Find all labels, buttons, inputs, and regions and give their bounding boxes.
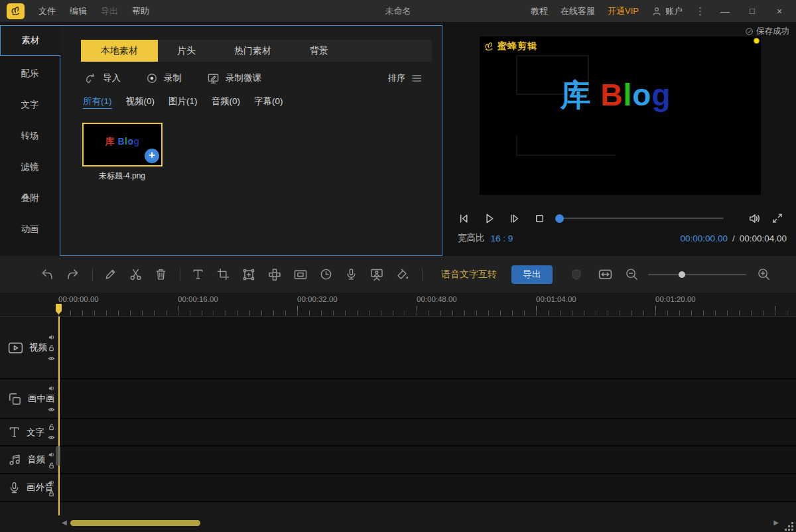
track-audio[interactable]: 音频 [0, 446, 796, 474]
lock-icon[interactable] [48, 462, 55, 469]
seek-slider[interactable] [556, 218, 724, 219]
resize-grip[interactable] [791, 529, 793, 531]
lock-icon[interactable] [48, 490, 55, 497]
add-to-timeline-button[interactable]: + [145, 149, 159, 163]
sidebar-item-animation[interactable]: 动画 [0, 214, 60, 245]
filter-all[interactable]: 所有(1) [83, 96, 112, 109]
fullscreen-icon[interactable] [771, 212, 784, 225]
mute-icon[interactable] [48, 385, 55, 392]
kebab-menu-icon[interactable]: ⋮ [695, 6, 705, 16]
video-artifact [516, 136, 616, 156]
track-voiceover[interactable]: 画外音 [0, 474, 796, 502]
stop-button[interactable] [533, 212, 547, 226]
menu-help[interactable]: 帮助 [132, 5, 149, 17]
split-scissors-button[interactable] [129, 267, 143, 281]
duration-clock-button[interactable] [319, 267, 333, 281]
visibility-eye-icon[interactable] [48, 434, 55, 441]
link-tutorial[interactable]: 教程 [531, 5, 548, 17]
menu-file[interactable]: 文件 [38, 5, 56, 17]
import-button[interactable]: 导入 [84, 72, 121, 85]
scroll-left-arrow[interactable]: ◀ [62, 519, 67, 526]
account-button[interactable]: 账户 [651, 5, 683, 17]
lock-icon[interactable] [48, 395, 55, 403]
filter-audio[interactable]: 音频(0) [212, 96, 241, 109]
export-button[interactable]: 导出 [511, 265, 553, 284]
tab-local-material[interactable]: 本地素材 [81, 40, 158, 62]
lock-icon[interactable] [48, 423, 55, 431]
playhead-line[interactable] [58, 316, 60, 515]
filter-image[interactable]: 图片(1) [168, 96, 198, 109]
speech-text-convert-button[interactable]: 语音文字互转 [441, 269, 497, 281]
tab-popular-material[interactable]: 热门素材 [215, 40, 291, 62]
track-video[interactable]: 视频 [0, 317, 796, 379]
visibility-eye-icon[interactable] [48, 406, 55, 413]
pip-frame-button[interactable] [293, 267, 308, 282]
track-voiceover-header[interactable]: 画外音 [0, 474, 58, 501]
bee-icon [484, 41, 495, 52]
track-text-header[interactable]: 文字 [0, 419, 58, 445]
zoom-out-button[interactable] [625, 267, 639, 281]
track-pip-header[interactable]: 画中画 [0, 379, 58, 418]
delete-trash-button[interactable] [154, 267, 168, 281]
timeline-zoom-handle[interactable] [679, 271, 685, 278]
volume-icon[interactable] [748, 212, 762, 226]
track-pip[interactable]: 画中画 [0, 379, 796, 419]
mute-icon[interactable] [48, 334, 55, 341]
fit-timeline-button[interactable] [598, 267, 613, 282]
mute-icon[interactable] [48, 479, 55, 486]
tab-background[interactable]: 背景 [291, 40, 348, 62]
timeline-zoom-slider[interactable] [648, 274, 746, 275]
track-video-header[interactable]: 视频 [0, 317, 58, 378]
minimize-button[interactable]: — [718, 6, 732, 17]
play-button[interactable] [482, 212, 496, 226]
import-label: 导入 [103, 72, 121, 84]
seek-slider-handle[interactable] [555, 214, 564, 223]
undo-button[interactable] [40, 267, 54, 282]
record-button[interactable]: 录制 [146, 72, 182, 84]
next-frame-button[interactable] [507, 212, 521, 226]
crop-button[interactable] [216, 267, 230, 281]
sidebar-item-music[interactable]: 配乐 [0, 58, 60, 89]
presenter-button[interactable] [369, 267, 384, 282]
edit-pencil-button[interactable] [103, 267, 117, 281]
vertical-scrollbar-thumb[interactable] [56, 446, 60, 466]
record-lesson-button[interactable]: 录制微课 [207, 72, 261, 85]
redo-button[interactable] [66, 267, 80, 282]
mute-icon[interactable] [48, 451, 55, 458]
link-vip[interactable]: 开通VIP [608, 5, 639, 17]
previous-frame-button[interactable] [457, 212, 471, 226]
current-time: 00:00:00.00 [681, 233, 728, 243]
tab-intro[interactable]: 片头 [158, 40, 215, 62]
scroll-right-arrow[interactable]: ▶ [773, 519, 779, 526]
horizontal-scrollbar-thumb[interactable] [70, 520, 200, 526]
timeline-ruler[interactable]: 00:00:00.00 00:00:16.00 00:00:32.00 00:0… [0, 293, 796, 317]
lock-icon[interactable] [48, 344, 55, 352]
selection-handle[interactable] [754, 38, 760, 44]
menu-edit[interactable]: 编辑 [70, 5, 87, 17]
video-viewport[interactable]: 蜜蜂剪辑 库 Blog [480, 36, 761, 195]
sort-button[interactable]: 排序 [388, 72, 423, 84]
filter-video[interactable]: 视频(0) [126, 96, 155, 109]
sidebar-item-material[interactable]: 素材 [0, 25, 60, 56]
media-thumbnail[interactable]: 库 Blog + [82, 123, 163, 166]
pip-track-icon [7, 391, 23, 407]
track-audio-header[interactable]: 音频 [0, 446, 58, 473]
sidebar-item-transition[interactable]: 转场 [0, 120, 60, 151]
close-button[interactable]: × [772, 6, 787, 17]
filter-subtitle[interactable]: 字幕(0) [254, 96, 283, 109]
visibility-eye-icon[interactable] [48, 355, 55, 362]
sidebar-item-filter[interactable]: 滤镜 [0, 151, 60, 182]
sidebar-item-overlay[interactable]: 叠附 [0, 182, 60, 214]
mosaic-button[interactable] [267, 267, 282, 282]
text-tool-button[interactable] [191, 267, 205, 281]
horizontal-scrollbar[interactable]: ◀ ▶ [0, 518, 796, 529]
freeze-frame-button[interactable] [241, 267, 256, 282]
maximize-button[interactable]: □ [745, 6, 760, 16]
sidebar-item-text[interactable]: 文字 [0, 89, 60, 120]
zoom-in-button[interactable] [757, 267, 771, 281]
microphone-button[interactable] [344, 267, 358, 281]
track-text[interactable]: 文字 [0, 419, 796, 446]
link-online-support[interactable]: 在线客服 [561, 5, 595, 17]
fill-color-button[interactable] [395, 267, 410, 282]
aspect-ratio-value[interactable]: 16 : 9 [491, 233, 513, 243]
